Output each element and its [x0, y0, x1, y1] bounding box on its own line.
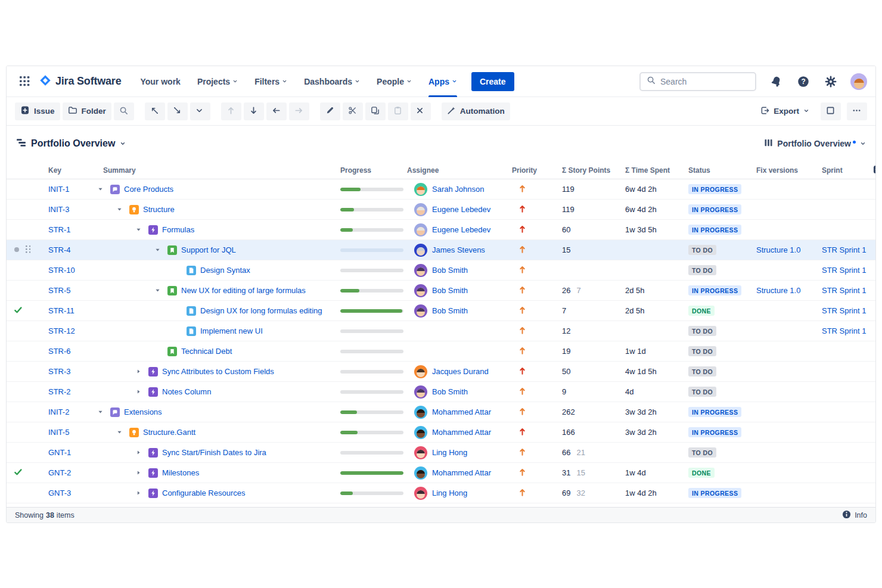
issue-row-str-5[interactable]: STR-5New UX for editing of large formula…: [7, 281, 875, 301]
search-input[interactable]: [660, 77, 744, 86]
expand-view-button[interactable]: [821, 102, 841, 120]
column-header-sprint[interactable]: Sprint: [822, 166, 873, 175]
issue-row-str-2[interactable]: STR-2Notes ColumnBob Smith94dTO DO: [7, 382, 875, 402]
issue-row-init-4[interactable]: INIT-4Structure.PagesLing Hong71IN PROGR…: [7, 503, 875, 507]
column-header-summary[interactable]: Summary: [96, 166, 340, 175]
collapse-caret-icon[interactable]: [154, 247, 167, 253]
issue-key-link[interactable]: INIT-3: [48, 205, 69, 214]
issue-key-link[interactable]: INIT-2: [48, 407, 69, 416]
issue-key-link[interactable]: STR-12: [48, 326, 75, 335]
summary-link[interactable]: Formulas: [162, 225, 194, 234]
column-header--time-spent[interactable]: Σ Time Spent: [625, 166, 688, 175]
column-header-priority[interactable]: Priority: [512, 166, 562, 175]
column-header-key[interactable]: Key: [48, 166, 96, 175]
issue-key-link[interactable]: INIT-1: [48, 185, 69, 194]
summary-link[interactable]: Configurable Resources: [162, 489, 245, 497]
sprint-link[interactable]: STR Sprint 1: [822, 326, 866, 335]
fix-version-link[interactable]: Structure 1.0: [756, 245, 800, 254]
issue-row-str-3[interactable]: STR-3Sync Attributes to Custom FieldsJac…: [7, 362, 875, 382]
issue-key-link[interactable]: STR-4: [48, 245, 71, 254]
nav-item-filters[interactable]: Filters: [254, 66, 287, 97]
column-header-progress[interactable]: Progress: [340, 166, 407, 175]
search-toggle-button[interactable]: [114, 102, 134, 120]
collapse-caret-icon[interactable]: [116, 429, 129, 435]
summary-link[interactable]: Design UX for long formulas editing: [200, 306, 322, 315]
sprint-link[interactable]: STR Sprint 1: [822, 245, 866, 254]
move-down-button[interactable]: [244, 102, 264, 120]
drag-handle-icon[interactable]: [25, 245, 30, 256]
add-folder-button[interactable]: Folder: [63, 102, 111, 120]
assignee-name-link[interactable]: Bob Smith: [432, 387, 468, 396]
summary-link[interactable]: New UX for editing of large formulas: [181, 286, 306, 295]
add-issue-button[interactable]: Issue: [15, 102, 60, 120]
assignee-name-link[interactable]: Bob Smith: [432, 286, 468, 295]
column-header-fix-versions[interactable]: Fix versions: [756, 166, 822, 175]
assignee-name-link[interactable]: Eugene Lebedev: [432, 205, 490, 214]
summary-link[interactable]: Support for JQL: [181, 245, 236, 254]
sprint-link[interactable]: STR Sprint 1: [822, 266, 866, 275]
assignee-name-link[interactable]: Eugene Lebedev: [432, 225, 490, 234]
assignee-name-link[interactable]: Jacques Durand: [432, 367, 489, 376]
issue-key-link[interactable]: GNT-3: [48, 489, 71, 497]
issue-key-link[interactable]: STR-11: [48, 306, 74, 315]
summary-link[interactable]: Extensions: [124, 407, 162, 416]
nav-item-your-work[interactable]: Your work: [140, 66, 180, 97]
assignee-name-link[interactable]: Sarah Johnson: [432, 185, 484, 194]
summary-link[interactable]: Technical Debt: [181, 347, 232, 356]
issue-row-str-10[interactable]: STR-10Design SyntaxBob SmithTO DOSTR Spr…: [7, 260, 875, 281]
summary-link[interactable]: Sync Start/Finish Dates to Jira: [162, 448, 266, 457]
assignee-name-link[interactable]: Ling Hong: [432, 448, 467, 457]
issue-key-link[interactable]: STR-1: [48, 225, 71, 234]
issue-key-link[interactable]: STR-6: [48, 347, 71, 356]
user-avatar[interactable]: [850, 73, 867, 90]
jira-logo[interactable]: Jira Software: [39, 74, 121, 89]
info-button[interactable]: Info: [842, 510, 867, 521]
fix-version-link[interactable]: Structure 1.0: [756, 286, 800, 295]
collapse-caret-icon[interactable]: [97, 409, 110, 415]
issue-row-init-5[interactable]: INIT-5Structure.GanttMohammed Attar1663w…: [7, 422, 875, 443]
issue-key-link[interactable]: GNT-1: [48, 448, 71, 457]
settings-gear-icon[interactable]: [823, 74, 838, 89]
notifications-bell-icon[interactable]: [768, 74, 784, 89]
issue-row-str-4[interactable]: STR-4Support for JQLJames Stevens15TO DO…: [7, 240, 875, 260]
column-header--story-points[interactable]: Σ Story Points: [562, 166, 625, 175]
create-button[interactable]: Create: [471, 72, 514, 91]
app-switcher-icon[interactable]: [15, 72, 34, 91]
indent-button[interactable]: [167, 102, 188, 120]
more-options-button[interactable]: [847, 102, 867, 120]
issue-row-init-2[interactable]: INIT-2ExtensionsMohammed Attar2623w 3d 2…: [7, 402, 875, 422]
move-up-button[interactable]: [221, 102, 241, 120]
assignee-name-link[interactable]: Bob Smith: [432, 306, 468, 315]
assignee-name-link[interactable]: Mohammed Attar: [432, 468, 491, 477]
issue-key-link[interactable]: STR-2: [48, 387, 71, 396]
assignee-name-link[interactable]: Mohammed Attar: [432, 428, 491, 437]
collapse-caret-icon[interactable]: [116, 206, 129, 213]
automation-button[interactable]: Automation: [442, 102, 510, 120]
summary-link[interactable]: Milestones: [162, 468, 199, 477]
summary-link[interactable]: Sync Attributes to Custom Fields: [162, 367, 274, 376]
issue-row-init-1[interactable]: INIT-1Core ProductsSarah Johnson1196w 4d…: [7, 179, 875, 200]
assignee-name-link[interactable]: Bob Smith: [432, 266, 468, 275]
move-left-button[interactable]: [266, 102, 287, 120]
summary-link[interactable]: Structure: [143, 205, 175, 214]
issue-row-str-1[interactable]: STR-1FormulasEugene Lebedev601w 3d 5hIN …: [7, 220, 875, 240]
export-button[interactable]: Export: [755, 102, 815, 120]
collapse-caret-icon[interactable]: [97, 186, 110, 192]
issue-key-link[interactable]: STR-3: [48, 367, 71, 376]
issue-row-gnt-3[interactable]: GNT-3Configurable ResourcesLing Hong6932…: [7, 483, 875, 503]
paste-button[interactable]: [388, 102, 408, 120]
issue-key-link[interactable]: STR-5: [48, 286, 71, 295]
expand-caret-icon[interactable]: [135, 449, 148, 456]
issue-row-gnt-1[interactable]: GNT-1Sync Start/Finish Dates to JiraLing…: [7, 443, 875, 463]
column-header-assignee[interactable]: Assignee: [407, 166, 512, 175]
remove-button[interactable]: [411, 102, 431, 120]
expand-caret-icon[interactable]: [135, 388, 148, 395]
nav-item-apps[interactable]: Apps: [428, 66, 457, 97]
nav-item-dashboards[interactable]: Dashboards: [304, 66, 360, 97]
expand-caret-icon[interactable]: [135, 368, 148, 375]
summary-link[interactable]: Structure.Gantt: [143, 428, 195, 437]
hierarchy-menu-button[interactable]: [190, 102, 210, 120]
help-icon[interactable]: ?: [796, 74, 811, 89]
issue-row-str-12[interactable]: STR-12Implement new UI12TO DOSTR Sprint …: [7, 321, 875, 341]
summary-link[interactable]: Implement new UI: [200, 326, 263, 335]
